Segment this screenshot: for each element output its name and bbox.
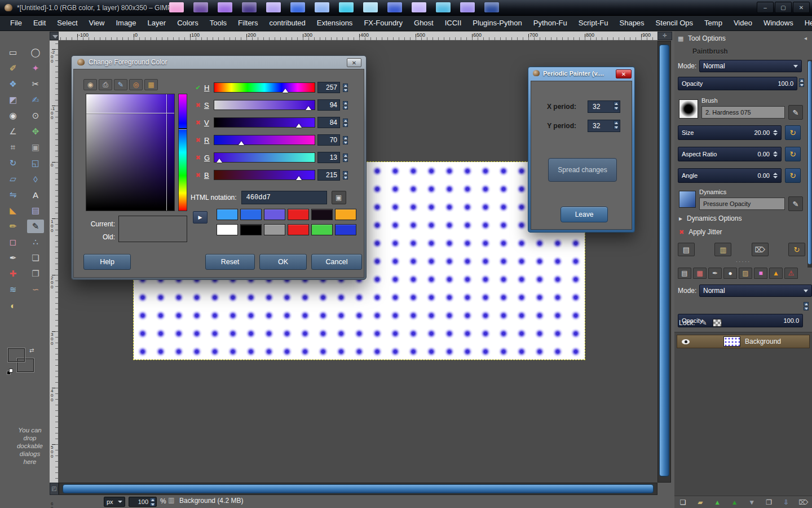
menu-item[interactable]: Ghost [408,16,439,30]
spin-up-icon[interactable] [343,136,348,140]
palette-color-swatch[interactable] [335,209,356,220]
reset-button[interactable]: Reset [205,254,255,270]
channel-slider[interactable] [214,100,315,110]
palette-color-swatch[interactable] [217,224,238,235]
menu-item[interactable]: Filters [232,16,263,30]
tool-button[interactable]: ✚ [5,267,21,281]
dockable-tab-icon[interactable]: ✒ [708,268,722,279]
zoom-spinner[interactable]: 100 [129,497,157,507]
spin-up-icon[interactable] [614,121,619,125]
menu-item[interactable]: Select [51,16,83,30]
tool-button[interactable]: ❐ [27,267,44,281]
folder-icon[interactable] [460,2,475,12]
menu-item[interactable]: Stencil Ops [650,16,699,30]
tool-button[interactable]: ◯ [27,46,44,59]
dockable-tab-icon[interactable]: ⚠ [784,268,798,279]
spread-changes-button[interactable]: Spread changes [548,158,617,182]
layer-action-button[interactable]: ▰ [694,497,707,507]
dockable-tab-icon[interactable]: ▤ [678,268,691,279]
y-period-input[interactable]: 32 [588,120,620,132]
menu-item[interactable]: Extensions [311,16,359,30]
palette-color-swatch[interactable] [311,224,333,235]
channel-value[interactable]: 94 [317,99,340,111]
layer-action-button[interactable]: ❐ [762,497,776,507]
close-icon[interactable]: ✕ [616,69,632,78]
window-control-button[interactable]: ▢ [775,2,792,13]
color-selector-tab-icon[interactable]: ◉ [83,79,97,90]
tool-preset-button[interactable]: ⌦ [752,243,769,256]
horizontal-ruler[interactable]: -1000100200300400500600700800900 [59,32,657,41]
layer-action-button[interactable]: ▼ [745,497,758,507]
menu-item[interactable]: Colors [171,16,204,30]
collapse-icon[interactable]: ◂ [804,35,807,41]
menu-item[interactable]: Tools [204,16,232,30]
folder-icon[interactable] [169,2,184,12]
ok-button[interactable]: OK [259,254,307,270]
tool-slider[interactable]: Aspect Ratio 0.00 [678,147,782,161]
folder-icon[interactable] [484,2,499,12]
tool-preset-button[interactable]: ▥ [714,243,731,256]
tool-button[interactable]: ◉ [5,109,21,122]
channel-value[interactable]: 13 [317,152,340,163]
channel-slider[interactable] [214,117,315,128]
channel-radio-icon[interactable]: ✖ [194,154,202,161]
tool-button[interactable]: ▣ [27,141,44,154]
layer-action-button[interactable]: ❏ [676,497,690,507]
tool-button[interactable]: ◱ [27,156,44,170]
reset-icon[interactable]: ↻ [785,125,801,140]
folder-icon[interactable] [266,2,281,12]
tool-button[interactable]: ∠ [5,125,21,138]
spin-down-icon[interactable] [343,123,348,127]
channel-radio-icon[interactable]: ✔ [194,84,202,91]
spin-up-icon[interactable] [804,302,809,306]
spin-down-icon[interactable] [150,502,155,506]
tool-button[interactable]: ✦ [27,62,44,75]
spin-up-icon[interactable] [150,498,155,502]
layer-action-button[interactable]: ▲ [710,497,724,507]
horizontal-scrollbar[interactable] [59,483,657,495]
tool-button[interactable]: ❖ [5,77,21,91]
tool-button[interactable]: ❏ [27,251,44,265]
brush-thumbnail[interactable] [679,99,698,119]
paint-mode-dropdown[interactable]: Normal [699,60,802,72]
tool-button[interactable]: ▱ [5,172,21,186]
menu-item[interactable]: Edit [28,16,51,30]
window-control-button[interactable]: ‒ [757,2,774,13]
slider-thumb[interactable] [296,124,302,128]
color-selector-tab-icon[interactable]: ✎ [114,79,127,90]
ruler-nav-button[interactable]: ✛ [657,32,672,40]
palette-color-swatch[interactable] [335,224,356,235]
channel-slider[interactable] [214,135,315,145]
tool-preset-button[interactable]: ▤ [678,243,695,256]
spin-down-icon[interactable] [343,141,348,144]
lock-alpha-icon[interactable] [713,319,722,327]
visibility-eye-icon[interactable] [682,339,690,344]
channel-radio-icon[interactable]: ✖ [194,102,202,109]
dynamics-thumbnail[interactable] [679,191,696,208]
menu-item[interactable]: File [5,16,28,30]
channel-radio-icon[interactable]: ✖ [194,172,202,179]
menu-item[interactable]: Plugins-Python [467,16,527,30]
layer-name[interactable]: Background [745,338,781,345]
tool-button[interactable]: ✂ [27,77,44,91]
vertical-ruler[interactable]: -200-1000100200300400500600 [50,41,59,483]
menu-item[interactable]: Help [799,16,812,30]
menu-item[interactable]: ICCII [439,16,467,30]
foreground-color-swatch[interactable] [8,348,25,362]
dock-scrollbar-thumb[interactable] [808,61,811,264]
slider-thumb[interactable] [306,106,311,110]
layer-mode-dropdown[interactable]: Normal [699,284,812,297]
spin-down-icon[interactable] [773,155,778,157]
tool-button[interactable]: ↻ [5,156,21,170]
folder-icon[interactable] [290,2,305,12]
channel-value[interactable]: 215 [317,169,340,181]
slider-thumb[interactable] [296,176,302,180]
tool-button[interactable]: ◐ [5,299,21,312]
tool-button[interactable]: ✥ [27,125,44,138]
tool-button[interactable]: ⊙ [27,109,44,122]
menu-item[interactable]: Script-Fu [573,16,614,30]
folder-icon[interactable] [193,2,208,12]
layer-action-button[interactable]: ▲ [728,497,742,507]
ruler-origin-button[interactable] [50,32,59,40]
spin-down-icon[interactable] [614,125,619,129]
